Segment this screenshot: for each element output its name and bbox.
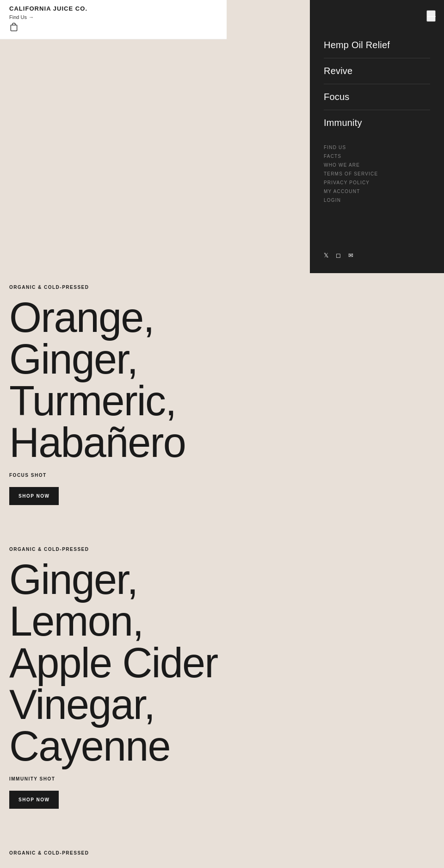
- nav-overlay: — Hemp Oil Relief Revive Focus Immunity …: [310, 0, 444, 273]
- organic-label-2: ORGANIC & COLD-PRESSED: [9, 547, 314, 552]
- product-focus-shot: ORGANIC & COLD-PRESSED Orange, Ginger, T…: [0, 271, 324, 533]
- arrow-right-icon: [29, 14, 34, 20]
- nav-secondary-menu: FIND US FACTS WHO WE ARE TERMS OF SERVIC…: [324, 145, 430, 203]
- brand-logo: CALIFORNIA JUICE CO.: [9, 5, 217, 12]
- nav-who-we-are[interactable]: WHO WE ARE: [324, 162, 430, 168]
- nav-privacy[interactable]: PRIVACY POLICY: [324, 180, 430, 185]
- product-type-1: FOCUS SHOT: [9, 473, 314, 478]
- nav-item-revive[interactable]: Revive: [324, 58, 430, 84]
- nav-social-links: [324, 251, 430, 264]
- nav-close-button[interactable]: —: [426, 10, 436, 22]
- organic-label-1: ORGANIC & COLD-PRESSED: [9, 285, 314, 290]
- svg-rect-0: [11, 25, 17, 31]
- shop-now-button-1[interactable]: SHOP NOW: [9, 487, 59, 505]
- product-type-2: IMMUNITY SHOT: [9, 776, 314, 781]
- nav-item-focus[interactable]: Focus: [324, 84, 430, 110]
- product-title-1: Orange, Ginger, Turmeric, Habañero: [9, 297, 314, 463]
- nav-find-us[interactable]: FIND US: [324, 145, 430, 150]
- email-icon[interactable]: [348, 251, 353, 259]
- nav-terms[interactable]: TERMS OF SERVICE: [324, 171, 430, 176]
- find-us-link[interactable]: Find Us: [9, 14, 217, 20]
- hero-section: [0, 39, 227, 271]
- twitter-icon[interactable]: [324, 251, 328, 259]
- product-title-2: Ginger, Lemon, Apple Cider Vinegar, Caye…: [9, 559, 314, 767]
- nav-main-menu: Hemp Oil Relief Revive Focus Immunity: [324, 32, 430, 136]
- organic-label-3: ORGANIC & COLD-PRESSED: [9, 850, 314, 856]
- nav-item-hemp-oil-relief[interactable]: Hemp Oil Relief: [324, 32, 430, 58]
- nav-login[interactable]: LOGIN: [324, 198, 430, 203]
- nav-my-account[interactable]: MY ACCOUNT: [324, 189, 430, 194]
- shop-now-button-2[interactable]: SHOP NOW: [9, 791, 59, 809]
- site-header: CALIFORNIA JUICE CO. Find Us: [0, 0, 227, 39]
- product-coconut-water: ORGANIC & COLD-PRESSED Coconut Water,: [0, 837, 324, 868]
- cart-icon[interactable]: [9, 23, 217, 34]
- nav-facts[interactable]: FACTS: [324, 154, 430, 159]
- product-title-3: Coconut Water,: [9, 862, 314, 868]
- product-immunity-shot: ORGANIC & COLD-PRESSED Ginger, Lemon, Ap…: [0, 533, 324, 837]
- nav-item-immunity[interactable]: Immunity: [324, 110, 430, 136]
- instagram-icon[interactable]: [336, 251, 341, 259]
